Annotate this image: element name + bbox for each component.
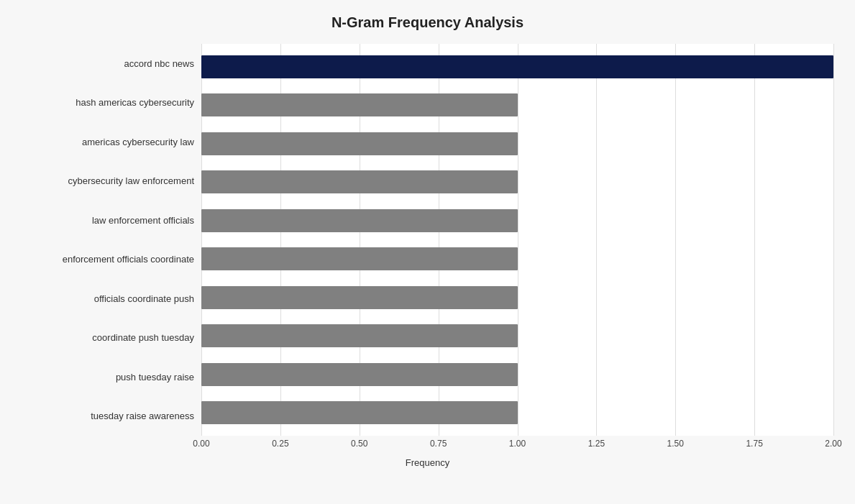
chart-area: accord nbc newshash americas cybersecuri…	[22, 44, 833, 468]
bar	[201, 209, 518, 232]
x-tick-label: 1.50	[667, 439, 684, 449]
y-label: enforcement officials coordinate	[22, 242, 194, 278]
plot-area: accord nbc newshash americas cybersecuri…	[22, 44, 833, 436]
bar	[201, 55, 833, 78]
x-tick-label: 2.00	[825, 439, 841, 449]
bar-row	[201, 129, 833, 158]
y-label: officials coordinate push	[22, 280, 194, 316]
y-label: tuesday raise awareness	[22, 398, 194, 434]
x-tick-label: 1.75	[746, 439, 762, 449]
y-labels: accord nbc newshash americas cybersecuri…	[22, 44, 201, 436]
grid-line	[833, 44, 834, 436]
bar-row	[201, 321, 833, 350]
y-label: accord nbc news	[22, 45, 194, 81]
bar	[201, 93, 518, 116]
bar	[201, 401, 518, 424]
y-label: hash americas cybersecurity	[22, 85, 194, 121]
bars-wrapper	[201, 44, 833, 436]
x-tick-label: 0.25	[272, 439, 288, 449]
x-tick-label: 0.50	[351, 439, 367, 449]
bar-row	[201, 206, 833, 235]
bar-row	[201, 168, 833, 196]
x-axis: 0.000.250.500.751.001.251.501.752.00	[201, 439, 833, 453]
bars-and-grid	[201, 44, 833, 436]
bar	[201, 324, 518, 347]
bar	[201, 170, 518, 193]
y-label: cybersecurity law enforcement	[22, 163, 194, 199]
bar	[201, 286, 518, 309]
y-label: push tuesday raise	[22, 359, 194, 395]
x-tick-label: 0.00	[193, 439, 209, 449]
bar	[201, 247, 518, 270]
chart-container: N-Gram Frequency Analysis accord nbc new…	[0, 0, 855, 504]
bar-row	[201, 91, 833, 119]
chart-title: N-Gram Frequency Analysis	[22, 14, 833, 31]
bar-row	[201, 360, 833, 389]
bar-row	[201, 244, 833, 273]
x-axis-label: Frequency	[22, 457, 833, 468]
bar	[201, 363, 518, 386]
bar-row	[201, 52, 833, 81]
y-label: coordinate push tuesday	[22, 320, 194, 356]
y-label: americas cybersecurity law	[22, 124, 194, 160]
bar-row	[201, 398, 833, 427]
x-tick-label: 1.00	[509, 439, 526, 449]
x-tick-label: 1.25	[588, 439, 605, 449]
x-tick-label: 0.75	[430, 439, 447, 449]
y-label: law enforcement officials	[22, 202, 194, 238]
bar-row	[201, 283, 833, 312]
bar	[201, 132, 518, 155]
